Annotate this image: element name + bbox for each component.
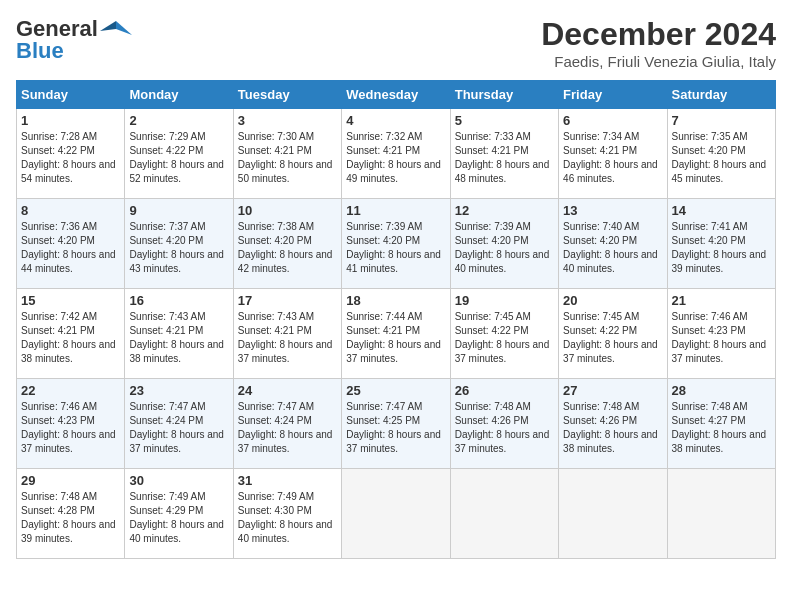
- header-monday: Monday: [125, 81, 233, 109]
- header-thursday: Thursday: [450, 81, 558, 109]
- calendar-cell: 21Sunrise: 7:46 AM Sunset: 4:23 PM Dayli…: [667, 289, 775, 379]
- day-number: 8: [21, 203, 120, 218]
- day-info: Sunrise: 7:48 AM Sunset: 4:26 PM Dayligh…: [455, 400, 554, 456]
- svg-marker-1: [100, 21, 116, 31]
- day-number: 7: [672, 113, 771, 128]
- day-info: Sunrise: 7:46 AM Sunset: 4:23 PM Dayligh…: [21, 400, 120, 456]
- day-number: 6: [563, 113, 662, 128]
- day-number: 26: [455, 383, 554, 398]
- calendar-week-row: 22Sunrise: 7:46 AM Sunset: 4:23 PM Dayli…: [17, 379, 776, 469]
- day-number: 11: [346, 203, 445, 218]
- calendar-week-row: 1Sunrise: 7:28 AM Sunset: 4:22 PM Daylig…: [17, 109, 776, 199]
- day-info: Sunrise: 7:48 AM Sunset: 4:28 PM Dayligh…: [21, 490, 120, 546]
- calendar-cell: 9Sunrise: 7:37 AM Sunset: 4:20 PM Daylig…: [125, 199, 233, 289]
- calendar-cell: 3Sunrise: 7:30 AM Sunset: 4:21 PM Daylig…: [233, 109, 341, 199]
- day-number: 28: [672, 383, 771, 398]
- day-info: Sunrise: 7:43 AM Sunset: 4:21 PM Dayligh…: [129, 310, 228, 366]
- calendar-cell: 12Sunrise: 7:39 AM Sunset: 4:20 PM Dayli…: [450, 199, 558, 289]
- day-info: Sunrise: 7:38 AM Sunset: 4:20 PM Dayligh…: [238, 220, 337, 276]
- day-info: Sunrise: 7:49 AM Sunset: 4:30 PM Dayligh…: [238, 490, 337, 546]
- calendar-cell: 1Sunrise: 7:28 AM Sunset: 4:22 PM Daylig…: [17, 109, 125, 199]
- day-number: 18: [346, 293, 445, 308]
- title-block: December 2024 Faedis, Friuli Venezia Giu…: [541, 16, 776, 70]
- day-info: Sunrise: 7:48 AM Sunset: 4:27 PM Dayligh…: [672, 400, 771, 456]
- calendar-cell: 31Sunrise: 7:49 AM Sunset: 4:30 PM Dayli…: [233, 469, 341, 559]
- calendar-cell: 22Sunrise: 7:46 AM Sunset: 4:23 PM Dayli…: [17, 379, 125, 469]
- day-info: Sunrise: 7:47 AM Sunset: 4:24 PM Dayligh…: [238, 400, 337, 456]
- day-number: 24: [238, 383, 337, 398]
- calendar-week-row: 15Sunrise: 7:42 AM Sunset: 4:21 PM Dayli…: [17, 289, 776, 379]
- day-info: Sunrise: 7:44 AM Sunset: 4:21 PM Dayligh…: [346, 310, 445, 366]
- day-number: 19: [455, 293, 554, 308]
- header-friday: Friday: [559, 81, 667, 109]
- calendar-cell: 28Sunrise: 7:48 AM Sunset: 4:27 PM Dayli…: [667, 379, 775, 469]
- day-number: 4: [346, 113, 445, 128]
- calendar-cell: 30Sunrise: 7:49 AM Sunset: 4:29 PM Dayli…: [125, 469, 233, 559]
- calendar-cell: 20Sunrise: 7:45 AM Sunset: 4:22 PM Dayli…: [559, 289, 667, 379]
- calendar-cell: 27Sunrise: 7:48 AM Sunset: 4:26 PM Dayli…: [559, 379, 667, 469]
- day-number: 23: [129, 383, 228, 398]
- calendar-cell: 17Sunrise: 7:43 AM Sunset: 4:21 PM Dayli…: [233, 289, 341, 379]
- calendar-cell: 29Sunrise: 7:48 AM Sunset: 4:28 PM Dayli…: [17, 469, 125, 559]
- day-info: Sunrise: 7:37 AM Sunset: 4:20 PM Dayligh…: [129, 220, 228, 276]
- day-number: 1: [21, 113, 120, 128]
- day-number: 29: [21, 473, 120, 488]
- day-number: 16: [129, 293, 228, 308]
- calendar-cell: 14Sunrise: 7:41 AM Sunset: 4:20 PM Dayli…: [667, 199, 775, 289]
- day-number: 21: [672, 293, 771, 308]
- day-number: 27: [563, 383, 662, 398]
- calendar-week-row: 8Sunrise: 7:36 AM Sunset: 4:20 PM Daylig…: [17, 199, 776, 289]
- day-info: Sunrise: 7:40 AM Sunset: 4:20 PM Dayligh…: [563, 220, 662, 276]
- calendar-cell: 4Sunrise: 7:32 AM Sunset: 4:21 PM Daylig…: [342, 109, 450, 199]
- calendar-cell: 2Sunrise: 7:29 AM Sunset: 4:22 PM Daylig…: [125, 109, 233, 199]
- day-info: Sunrise: 7:34 AM Sunset: 4:21 PM Dayligh…: [563, 130, 662, 186]
- calendar-cell: [667, 469, 775, 559]
- day-info: Sunrise: 7:45 AM Sunset: 4:22 PM Dayligh…: [563, 310, 662, 366]
- day-info: Sunrise: 7:39 AM Sunset: 4:20 PM Dayligh…: [346, 220, 445, 276]
- page-header: General Blue December 2024 Faedis, Friul…: [16, 16, 776, 70]
- day-number: 17: [238, 293, 337, 308]
- calendar-cell: 23Sunrise: 7:47 AM Sunset: 4:24 PM Dayli…: [125, 379, 233, 469]
- day-info: Sunrise: 7:36 AM Sunset: 4:20 PM Dayligh…: [21, 220, 120, 276]
- calendar-cell: 24Sunrise: 7:47 AM Sunset: 4:24 PM Dayli…: [233, 379, 341, 469]
- day-info: Sunrise: 7:41 AM Sunset: 4:20 PM Dayligh…: [672, 220, 771, 276]
- header-saturday: Saturday: [667, 81, 775, 109]
- location-subtitle: Faedis, Friuli Venezia Giulia, Italy: [541, 53, 776, 70]
- day-info: Sunrise: 7:46 AM Sunset: 4:23 PM Dayligh…: [672, 310, 771, 366]
- day-info: Sunrise: 7:47 AM Sunset: 4:25 PM Dayligh…: [346, 400, 445, 456]
- header-wednesday: Wednesday: [342, 81, 450, 109]
- day-info: Sunrise: 7:39 AM Sunset: 4:20 PM Dayligh…: [455, 220, 554, 276]
- day-info: Sunrise: 7:43 AM Sunset: 4:21 PM Dayligh…: [238, 310, 337, 366]
- calendar-table: SundayMondayTuesdayWednesdayThursdayFrid…: [16, 80, 776, 559]
- day-info: Sunrise: 7:28 AM Sunset: 4:22 PM Dayligh…: [21, 130, 120, 186]
- day-number: 30: [129, 473, 228, 488]
- calendar-cell: [450, 469, 558, 559]
- svg-marker-0: [116, 21, 132, 35]
- day-number: 25: [346, 383, 445, 398]
- calendar-cell: 26Sunrise: 7:48 AM Sunset: 4:26 PM Dayli…: [450, 379, 558, 469]
- logo-bird-icon: [100, 17, 132, 41]
- day-number: 10: [238, 203, 337, 218]
- header-sunday: Sunday: [17, 81, 125, 109]
- calendar-cell: 13Sunrise: 7:40 AM Sunset: 4:20 PM Dayli…: [559, 199, 667, 289]
- day-info: Sunrise: 7:45 AM Sunset: 4:22 PM Dayligh…: [455, 310, 554, 366]
- day-info: Sunrise: 7:32 AM Sunset: 4:21 PM Dayligh…: [346, 130, 445, 186]
- day-info: Sunrise: 7:42 AM Sunset: 4:21 PM Dayligh…: [21, 310, 120, 366]
- day-info: Sunrise: 7:33 AM Sunset: 4:21 PM Dayligh…: [455, 130, 554, 186]
- header-tuesday: Tuesday: [233, 81, 341, 109]
- calendar-cell: [559, 469, 667, 559]
- calendar-cell: 6Sunrise: 7:34 AM Sunset: 4:21 PM Daylig…: [559, 109, 667, 199]
- calendar-week-row: 29Sunrise: 7:48 AM Sunset: 4:28 PM Dayli…: [17, 469, 776, 559]
- calendar-cell: 15Sunrise: 7:42 AM Sunset: 4:21 PM Dayli…: [17, 289, 125, 379]
- day-number: 14: [672, 203, 771, 218]
- calendar-cell: 18Sunrise: 7:44 AM Sunset: 4:21 PM Dayli…: [342, 289, 450, 379]
- calendar-cell: 25Sunrise: 7:47 AM Sunset: 4:25 PM Dayli…: [342, 379, 450, 469]
- day-number: 5: [455, 113, 554, 128]
- calendar-cell: 7Sunrise: 7:35 AM Sunset: 4:20 PM Daylig…: [667, 109, 775, 199]
- day-info: Sunrise: 7:49 AM Sunset: 4:29 PM Dayligh…: [129, 490, 228, 546]
- day-number: 13: [563, 203, 662, 218]
- calendar-cell: 8Sunrise: 7:36 AM Sunset: 4:20 PM Daylig…: [17, 199, 125, 289]
- day-info: Sunrise: 7:47 AM Sunset: 4:24 PM Dayligh…: [129, 400, 228, 456]
- calendar-cell: 11Sunrise: 7:39 AM Sunset: 4:20 PM Dayli…: [342, 199, 450, 289]
- calendar-cell: 5Sunrise: 7:33 AM Sunset: 4:21 PM Daylig…: [450, 109, 558, 199]
